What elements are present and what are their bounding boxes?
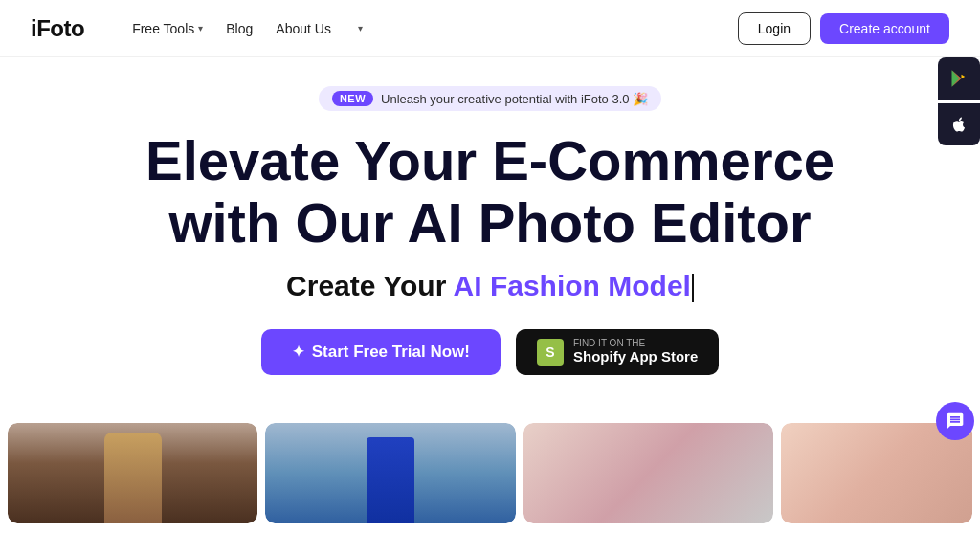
navbar: iFoto Free Tools ▾ Blog About Us ▾ Login…: [0, 0, 980, 57]
google-play-button[interactable]: [938, 57, 980, 100]
chevron-down-icon-2: ▾: [358, 23, 363, 33]
gallery-row: [0, 423, 980, 523]
new-badge: NEW Unleash your creative potential with…: [319, 86, 661, 111]
cursor-bar: [692, 274, 694, 302]
shopify-icon: S: [537, 339, 564, 366]
new-tag: NEW: [332, 91, 373, 106]
shopify-find-text: FIND IT ON THE: [573, 339, 698, 348]
google-play-icon: [949, 69, 969, 88]
hero-subtitle: Create Your AI Fashion Model: [286, 270, 694, 302]
shopify-text: FIND IT ON THE Shopify App Store: [573, 339, 698, 366]
side-buttons: [938, 57, 980, 145]
nav-free-tools-label: Free Tools: [132, 21, 194, 36]
chevron-down-icon: ▾: [198, 23, 203, 33]
badge-text: Unleash your creative potential with iFo…: [381, 92, 648, 106]
nav-actions: Login Create account: [738, 12, 949, 45]
start-trial-button[interactable]: ✦ Start Free Trial Now!: [261, 329, 501, 375]
gallery-image-3: [523, 423, 773, 523]
gallery-image-1: [8, 423, 257, 523]
nav-free-tools[interactable]: Free Tools ▾: [122, 15, 212, 42]
hero-subtitle-highlight: AI Fashion Model: [454, 270, 691, 301]
nav-links: Free Tools ▾ Blog About Us ▾: [122, 15, 738, 42]
hero-subtitle-plain: Create Your: [286, 270, 454, 301]
gallery-image-2: [265, 423, 515, 523]
apple-button[interactable]: [938, 103, 980, 145]
logo[interactable]: iFoto: [31, 15, 84, 42]
apple-icon: [950, 115, 968, 134]
shopify-store-name: Shopify App Store: [573, 348, 698, 366]
hero-title: Elevate Your E-Commerce with Our AI Phot…: [145, 130, 835, 255]
sparkle-icon: ✦: [292, 343, 304, 361]
create-account-button[interactable]: Create account: [820, 13, 949, 44]
trial-label: Start Free Trial Now!: [312, 343, 470, 362]
login-button[interactable]: Login: [738, 12, 811, 45]
hero-section: NEW Unleash your creative potential with…: [0, 57, 980, 423]
chat-icon: [946, 411, 965, 431]
chat-bubble-button[interactable]: [936, 402, 974, 440]
nav-blog-label: Blog: [226, 21, 253, 36]
hero-title-line1: Elevate Your E-Commerce: [145, 129, 835, 191]
nav-about-us[interactable]: About Us: [266, 15, 341, 42]
cta-row: ✦ Start Free Trial Now! S FIND IT ON THE…: [261, 329, 720, 375]
logo-foto: Foto: [36, 15, 84, 41]
nav-about-us-label: About Us: [276, 21, 331, 36]
nav-extra[interactable]: ▾: [345, 17, 372, 39]
hero-title-line2: with Our AI Photo Editor: [168, 191, 811, 254]
shopify-button[interactable]: S FIND IT ON THE Shopify App Store: [516, 329, 719, 375]
nav-blog[interactable]: Blog: [216, 15, 262, 42]
gallery-image-4: [781, 423, 972, 523]
